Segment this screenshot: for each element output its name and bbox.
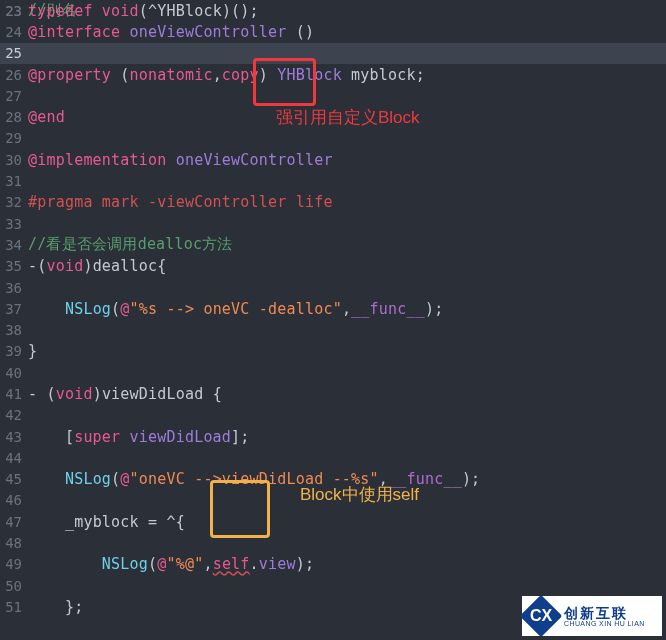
line-number: 50: [0, 578, 28, 594]
code-line[interactable]: 47 _myblock = ^{: [0, 511, 666, 532]
line-number: 29: [0, 130, 28, 146]
line-number: 34: [0, 237, 28, 253]
code-line-active[interactable]: 25: [0, 43, 666, 64]
line-number: 23: [0, 3, 28, 19]
code-line[interactable]: 32 #pragma mark -viewController life: [0, 192, 666, 213]
watermark: CX 创新互联 CHUANG XIN HU LIAN: [522, 596, 662, 636]
code-line[interactable]: 29: [0, 128, 666, 149]
code-line[interactable]: 43 [super viewDidLoad];: [0, 426, 666, 447]
line-number: 49: [0, 556, 28, 572]
code-content: @interface oneViewController (): [28, 23, 666, 41]
code-line[interactable]: 37 NSLog(@"%s --> oneVC -dealloc",__func…: [0, 298, 666, 319]
line-number: 40: [0, 365, 28, 381]
line-number: 28: [0, 109, 28, 125]
line-number: 27: [0, 88, 28, 104]
code-line[interactable]: 34 //看是否会调用dealloc方法: [0, 234, 666, 255]
watermark-subtitle: CHUANG XIN HU LIAN: [564, 620, 645, 627]
code-content: @implementation oneViewController: [28, 151, 666, 169]
code-content: @end: [28, 108, 666, 126]
code-line[interactable]: 36: [0, 277, 666, 298]
code-line[interactable]: 48: [0, 532, 666, 553]
line-number: 48: [0, 535, 28, 551]
line-number: 44: [0, 450, 28, 466]
watermark-logo-icon: CX: [520, 595, 562, 637]
line-number: 51: [0, 599, 28, 615]
watermark-title: 创新互联: [564, 606, 645, 620]
code-content: #pragma mark -viewController life: [28, 193, 666, 211]
line-number: 41: [0, 386, 28, 402]
line-number: 46: [0, 492, 28, 508]
line-number: 39: [0, 343, 28, 359]
code-line[interactable]: 31: [0, 170, 666, 191]
line-number: 24: [0, 24, 28, 40]
line-number: 26: [0, 67, 28, 83]
code-content: //看是否会调用dealloc方法: [28, 235, 666, 254]
code-content: [super viewDidLoad];: [28, 428, 666, 446]
code-line[interactable]: 30 @implementation oneViewController: [0, 149, 666, 170]
code-line[interactable]: 50: [0, 575, 666, 596]
code-line[interactable]: 49 NSLog(@"%@",self.view);: [0, 554, 666, 575]
code-content: NSLog(@"%s --> oneVC -dealloc",__func__)…: [28, 300, 666, 318]
code-line[interactable]: 41 - (void)viewDidLoad {: [0, 383, 666, 404]
line-number: 43: [0, 429, 28, 445]
line-number: 47: [0, 514, 28, 530]
code-line[interactable]: 27: [0, 85, 666, 106]
code-line[interactable]: 24 @interface oneViewController (): [0, 21, 666, 42]
code-line[interactable]: 33: [0, 213, 666, 234]
code-content: NSLog(@"oneVC -->viewDidLoad --%s",__fun…: [28, 470, 666, 488]
line-number: 31: [0, 173, 28, 189]
line-number: 32: [0, 194, 28, 210]
code-line[interactable]: 38: [0, 319, 666, 340]
code-editor-main[interactable]: 23 //别名typedef void(^YHBlock)(); 24 @int…: [0, 0, 666, 640]
line-number: 36: [0, 280, 28, 296]
code-line[interactable]: 40: [0, 362, 666, 383]
code-line[interactable]: 26 @property (nonatomic,copy) YHBlock my…: [0, 64, 666, 85]
code-line[interactable]: 39 }: [0, 341, 666, 362]
code-line[interactable]: 44: [0, 447, 666, 468]
line-number: 42: [0, 407, 28, 423]
code-line[interactable]: 35 -(void)dealloc{: [0, 256, 666, 277]
line-number: 45: [0, 471, 28, 487]
line-number: 25: [0, 45, 28, 61]
code-content: NSLog(@"%@",self.view);: [28, 555, 666, 573]
line-number: 38: [0, 322, 28, 338]
code-content: _myblock = ^{: [28, 513, 666, 531]
code-content: -(void)dealloc{: [28, 257, 666, 275]
code-line[interactable]: 28 @end: [0, 106, 666, 127]
line-number: 33: [0, 216, 28, 232]
code-line[interactable]: 42: [0, 405, 666, 426]
code-content: - (void)viewDidLoad {: [28, 385, 666, 403]
line-number: 35: [0, 258, 28, 274]
code-content: @property (nonatomic,copy) YHBlock myblo…: [28, 66, 666, 84]
code-content: }: [28, 342, 666, 360]
code-line[interactable]: 46: [0, 490, 666, 511]
line-number: 37: [0, 301, 28, 317]
code-line[interactable]: 45 NSLog(@"oneVC -->viewDidLoad --%s",__…: [0, 469, 666, 490]
code-line[interactable]: 23 //别名typedef void(^YHBlock)();: [0, 0, 666, 21]
code-content: //别名typedef void(^YHBlock)();: [28, 2, 666, 20]
line-number: 30: [0, 152, 28, 168]
